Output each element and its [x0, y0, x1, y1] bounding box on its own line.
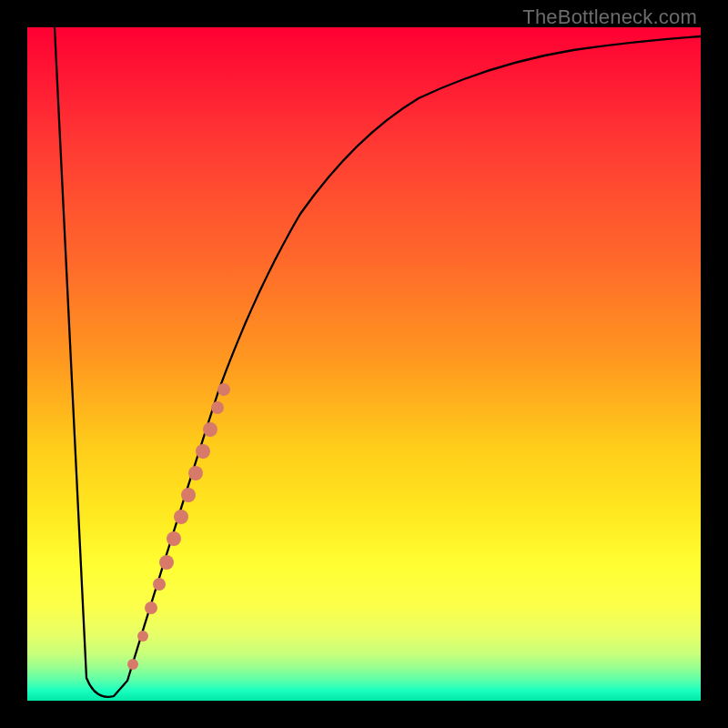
scatter-point	[159, 555, 174, 570]
scatter-point	[167, 531, 181, 546]
bottleneck-curve	[55, 27, 701, 697]
scatter-point	[188, 466, 203, 480]
chart-svg	[27, 27, 701, 701]
scatter-point	[145, 602, 157, 614]
scatter-point	[137, 631, 148, 642]
scatter-point	[203, 422, 217, 437]
scatter-point	[174, 510, 188, 524]
plot-area	[27, 27, 701, 701]
scatter-point	[153, 578, 166, 591]
chart-frame: TheBottleneck.com	[0, 0, 728, 728]
scatter-point	[196, 444, 210, 459]
watermark-text: TheBottleneck.com	[522, 5, 697, 29]
highlighted-points-group	[127, 383, 230, 670]
scatter-point	[211, 401, 224, 414]
scatter-point	[127, 659, 138, 670]
scatter-point	[217, 383, 230, 396]
scatter-point	[181, 488, 196, 502]
